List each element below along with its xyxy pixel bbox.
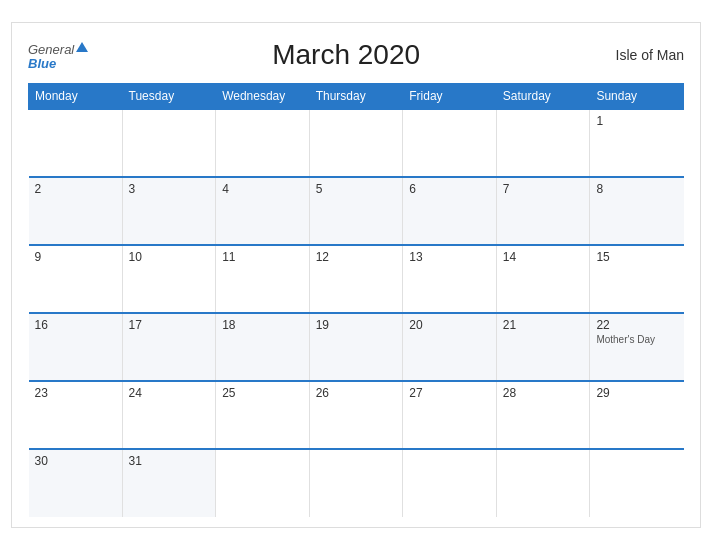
calendar-cell: 21 (496, 313, 590, 381)
day-event: Mother's Day (596, 334, 677, 345)
calendar-cell: 16 (29, 313, 123, 381)
weekday-header-friday: Friday (403, 84, 497, 110)
calendar-cell (403, 109, 497, 177)
calendar-cell: 6 (403, 177, 497, 245)
calendar-cell (216, 109, 310, 177)
week-row-2: 2345678 (29, 177, 684, 245)
day-number: 7 (503, 182, 584, 196)
calendar-cell (122, 109, 216, 177)
day-number: 18 (222, 318, 303, 332)
day-number: 22 (596, 318, 677, 332)
logo-general: General (28, 41, 88, 57)
weekday-row: MondayTuesdayWednesdayThursdayFridaySatu… (29, 84, 684, 110)
calendar-cell: 19 (309, 313, 403, 381)
day-number: 30 (35, 454, 116, 468)
calendar-cell (309, 109, 403, 177)
calendar-cell (496, 109, 590, 177)
calendar-cell (309, 449, 403, 517)
calendar-header: General Blue March 2020 Isle of Man (28, 39, 684, 71)
calendar-cell: 25 (216, 381, 310, 449)
day-number: 5 (316, 182, 397, 196)
day-number: 9 (35, 250, 116, 264)
calendar-cell: 17 (122, 313, 216, 381)
logo-triangle-icon (76, 42, 88, 52)
calendar-cell: 24 (122, 381, 216, 449)
weekday-header-saturday: Saturday (496, 84, 590, 110)
calendar-cell: 29 (590, 381, 684, 449)
calendar-cell: 28 (496, 381, 590, 449)
calendar-cell: 1 (590, 109, 684, 177)
day-number: 27 (409, 386, 490, 400)
day-number: 10 (129, 250, 210, 264)
week-row-4: 16171819202122Mother's Day (29, 313, 684, 381)
calendar-cell: 13 (403, 245, 497, 313)
weekday-header-thursday: Thursday (309, 84, 403, 110)
calendar-cell: 14 (496, 245, 590, 313)
day-number: 16 (35, 318, 116, 332)
calendar-weekdays: MondayTuesdayWednesdayThursdayFridaySatu… (29, 84, 684, 110)
calendar-cell: 3 (122, 177, 216, 245)
day-number: 8 (596, 182, 677, 196)
calendar-cell: 31 (122, 449, 216, 517)
calendar-cell: 18 (216, 313, 310, 381)
day-number: 17 (129, 318, 210, 332)
calendar-title: March 2020 (88, 39, 604, 71)
calendar-cell (496, 449, 590, 517)
day-number: 12 (316, 250, 397, 264)
calendar-cell: 10 (122, 245, 216, 313)
day-number: 11 (222, 250, 303, 264)
calendar-cell: 8 (590, 177, 684, 245)
calendar-container: General Blue March 2020 Isle of Man Mond… (11, 22, 701, 528)
calendar-cell: 11 (216, 245, 310, 313)
day-number: 1 (596, 114, 677, 128)
day-number: 21 (503, 318, 584, 332)
day-number: 26 (316, 386, 397, 400)
day-number: 6 (409, 182, 490, 196)
calendar-cell: 9 (29, 245, 123, 313)
week-row-5: 23242526272829 (29, 381, 684, 449)
calendar-cell: 23 (29, 381, 123, 449)
weekday-header-monday: Monday (29, 84, 123, 110)
week-row-1: 1 (29, 109, 684, 177)
calendar-cell: 2 (29, 177, 123, 245)
day-number: 28 (503, 386, 584, 400)
day-number: 24 (129, 386, 210, 400)
calendar-grid: MondayTuesdayWednesdayThursdayFridaySatu… (28, 83, 684, 517)
calendar-cell: 22Mother's Day (590, 313, 684, 381)
calendar-cell: 15 (590, 245, 684, 313)
day-number: 31 (129, 454, 210, 468)
calendar-cell: 20 (403, 313, 497, 381)
calendar-body: 12345678910111213141516171819202122Mothe… (29, 109, 684, 517)
calendar-cell (29, 109, 123, 177)
calendar-cell: 5 (309, 177, 403, 245)
weekday-header-wednesday: Wednesday (216, 84, 310, 110)
day-number: 14 (503, 250, 584, 264)
day-number: 4 (222, 182, 303, 196)
calendar-region: Isle of Man (604, 47, 684, 63)
day-number: 29 (596, 386, 677, 400)
day-number: 23 (35, 386, 116, 400)
day-number: 19 (316, 318, 397, 332)
day-number: 13 (409, 250, 490, 264)
day-number: 20 (409, 318, 490, 332)
weekday-header-tuesday: Tuesday (122, 84, 216, 110)
week-row-3: 9101112131415 (29, 245, 684, 313)
calendar-cell: 4 (216, 177, 310, 245)
calendar-cell (403, 449, 497, 517)
logo: General Blue (28, 41, 88, 70)
calendar-cell: 26 (309, 381, 403, 449)
weekday-header-sunday: Sunday (590, 84, 684, 110)
day-number: 2 (35, 182, 116, 196)
calendar-cell: 7 (496, 177, 590, 245)
calendar-cell: 30 (29, 449, 123, 517)
day-number: 3 (129, 182, 210, 196)
calendar-cell (590, 449, 684, 517)
calendar-cell: 12 (309, 245, 403, 313)
week-row-6: 3031 (29, 449, 684, 517)
day-number: 25 (222, 386, 303, 400)
day-number: 15 (596, 250, 677, 264)
logo-blue: Blue (28, 57, 88, 70)
calendar-cell: 27 (403, 381, 497, 449)
calendar-cell (216, 449, 310, 517)
